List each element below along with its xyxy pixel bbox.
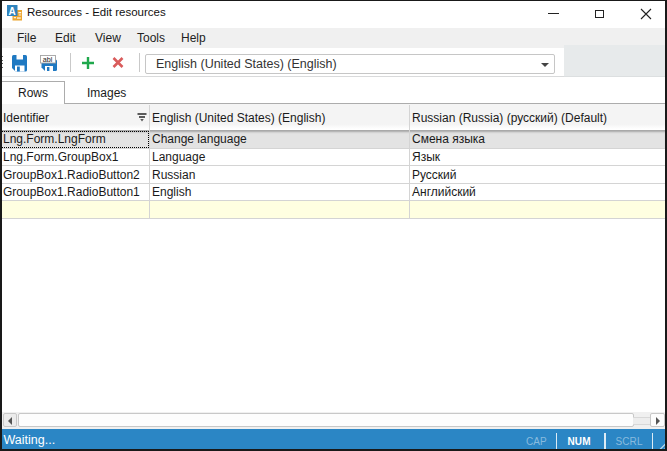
svg-text:abl: abl: [43, 55, 53, 64]
svg-text:A: A: [9, 6, 16, 17]
